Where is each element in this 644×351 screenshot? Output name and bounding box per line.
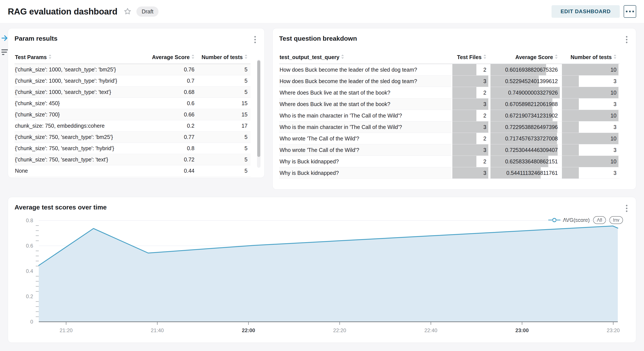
table-row: Where does Buck live at the start of the… bbox=[279, 98, 620, 110]
top-bar: RAG evaluation dashboard Draft EDIT DASH… bbox=[0, 0, 644, 23]
cell-number-of-tests: 3 bbox=[561, 75, 620, 87]
table-header-row: Test Params Average Score Number of test… bbox=[14, 51, 250, 64]
more-options-button[interactable] bbox=[624, 5, 636, 18]
cell-average-score: 0.5441113246811761 bbox=[490, 167, 561, 179]
question-breakdown-table: test_output_test_query Test Files Averag… bbox=[279, 51, 620, 179]
kebab-menu-icon[interactable] bbox=[252, 35, 258, 45]
cell-average-score: 0.6721907341231902 bbox=[490, 110, 561, 121]
cell-average-score: 0.7174576733727008 bbox=[490, 133, 561, 144]
cell-test-params: {'chunk_size': 1000, 'search_type': 'tex… bbox=[14, 86, 144, 98]
cell-average-score: 0.72 bbox=[144, 154, 198, 165]
cell-average-score: 0.7253044446309407 bbox=[490, 144, 561, 156]
cell-number-of-tests: 5 bbox=[198, 165, 250, 176]
table-row: {'chunk_size': 1000, 'search_type': 'tex… bbox=[14, 86, 250, 98]
cell-number-of-tests: 15 bbox=[198, 109, 250, 120]
svg-text:21:40: 21:40 bbox=[151, 328, 164, 333]
table-row: Why is Buck kidnapped?20.625833648086215… bbox=[279, 156, 620, 167]
svg-text:22:00: 22:00 bbox=[242, 328, 255, 333]
cell-test-params: None bbox=[14, 165, 144, 176]
cell-average-score: 0.77 bbox=[144, 131, 198, 143]
sort-icon bbox=[244, 54, 248, 60]
sort-icon bbox=[341, 54, 344, 60]
cell-query: Why is Buck kidnapped? bbox=[279, 167, 451, 179]
param-results-card: Param results Test Params Average Score … bbox=[8, 28, 264, 178]
cell-test-files: 2 bbox=[451, 156, 490, 167]
cell-query: Who wrote 'The Call of the Wild'? bbox=[279, 133, 451, 144]
sort-icon bbox=[555, 54, 558, 60]
table-row: How does Buck become the leader of the s… bbox=[279, 64, 620, 75]
table-row: {'chunk_size': 450}0.615 bbox=[14, 98, 250, 109]
cell-query: Where does Buck live at the start of the… bbox=[279, 98, 451, 110]
kebab-menu-icon[interactable] bbox=[624, 35, 630, 45]
cell-average-score: 0.5229452401399612 bbox=[490, 75, 561, 87]
cell-number-of-tests: 3 bbox=[561, 121, 620, 133]
sort-icon bbox=[192, 54, 194, 60]
table-row: {'chunk_size': 1000, 'search_type': 'hyb… bbox=[14, 75, 250, 86]
cell-average-score: 0.76 bbox=[144, 64, 198, 75]
column-header-query[interactable]: test_output_test_query bbox=[279, 51, 451, 64]
sort-icon bbox=[48, 54, 52, 60]
table-row: {'chunk_size': 750, 'search_type': 'text… bbox=[14, 154, 250, 165]
table-row: Where does Buck live at the start of the… bbox=[279, 87, 620, 98]
table-row: {'chunk_size': 750, 'search_type': 'bm25… bbox=[14, 131, 250, 143]
column-header-average-score[interactable]: Average Score bbox=[144, 51, 198, 64]
status-badge: Draft bbox=[136, 6, 158, 17]
column-header-test-files[interactable]: Test Files bbox=[451, 51, 490, 64]
svg-text:22:20: 22:20 bbox=[333, 328, 346, 333]
favorite-star-icon[interactable] bbox=[124, 7, 132, 15]
column-header-number-of-tests[interactable]: Number of tests bbox=[198, 51, 250, 64]
table-row: chunk_size: 750, embeddings:cohere0.217 bbox=[14, 120, 250, 131]
param-results-table: Test Params Average Score Number of test… bbox=[14, 51, 250, 177]
param-results-body: {'chunk_size': 1000, 'search_type': 'bm2… bbox=[14, 64, 250, 176]
column-header-test-params[interactable]: Test Params bbox=[14, 51, 144, 64]
table-row: Why is Buck kidnapped?30.544111324681176… bbox=[279, 167, 620, 179]
cell-test-files: 3 bbox=[451, 75, 490, 87]
cell-average-score: 0.749000003327926 bbox=[490, 87, 561, 98]
cell-number-of-tests: 17 bbox=[198, 120, 250, 131]
cell-average-score: 0.6705898212061988 bbox=[490, 98, 561, 110]
cell-test-files: 2 bbox=[451, 64, 490, 75]
cell-number-of-tests: 5 bbox=[198, 75, 250, 86]
cell-test-params: chunk_size: 750, embeddings:cohere bbox=[14, 120, 144, 131]
cell-query: Who is the main character in 'The Call o… bbox=[279, 110, 451, 121]
cell-number-of-tests: 3 bbox=[561, 144, 620, 156]
table-row: {'chunk_size': 700}0.6615 bbox=[14, 109, 250, 120]
cell-average-score: 0.68 bbox=[144, 86, 198, 98]
table-row: None0.445 bbox=[14, 165, 250, 176]
cell-test-files: 2 bbox=[451, 133, 490, 144]
question-breakdown-body: How does Buck become the leader of the s… bbox=[279, 64, 620, 179]
column-header-average-score[interactable]: Average Score bbox=[490, 51, 561, 64]
cell-average-score: 0.7 bbox=[144, 75, 198, 86]
cell-query: How does Buck become the leader of the s… bbox=[279, 75, 451, 87]
cell-test-files: 2 bbox=[451, 110, 490, 121]
cell-test-params: {'chunk_size': 1000, 'search_type': 'hyb… bbox=[14, 75, 144, 86]
svg-text:0: 0 bbox=[30, 319, 33, 325]
cell-number-of-tests: 10 bbox=[561, 133, 620, 144]
cell-number-of-tests: 5 bbox=[198, 64, 250, 75]
svg-text:0.6: 0.6 bbox=[26, 243, 33, 249]
cell-query: How does Buck become the leader of the s… bbox=[279, 64, 451, 75]
scrollbar-thumb[interactable] bbox=[257, 60, 260, 157]
cell-test-files: 3 bbox=[451, 121, 490, 133]
table-row: Who is the main character in 'The Call o… bbox=[279, 121, 620, 133]
cell-test-params: {'chunk_size': 750, 'search_type': 'hybr… bbox=[14, 143, 144, 154]
table-scrollbar bbox=[257, 59, 260, 168]
svg-text:0.2: 0.2 bbox=[26, 294, 33, 299]
column-header-number-of-tests[interactable]: Number of tests bbox=[561, 51, 620, 64]
cell-test-files: 3 bbox=[451, 98, 490, 110]
edit-dashboard-button[interactable]: EDIT DASHBOARD bbox=[552, 5, 620, 18]
cell-average-score: 0.6 bbox=[144, 98, 198, 109]
svg-text:23:20: 23:20 bbox=[607, 328, 620, 333]
cell-number-of-tests: 3 bbox=[561, 167, 620, 179]
svg-text:21:20: 21:20 bbox=[60, 328, 72, 333]
cell-query: Why is Buck kidnapped? bbox=[279, 156, 451, 167]
cell-average-score: 0.44 bbox=[144, 165, 198, 176]
cell-number-of-tests: 10 bbox=[561, 64, 620, 75]
svg-text:0.4: 0.4 bbox=[26, 268, 33, 274]
sort-icon bbox=[483, 54, 486, 60]
cell-test-params: {'chunk_size': 750, 'search_type': 'bm25… bbox=[14, 131, 144, 143]
table-header-row: test_output_test_query Test Files Averag… bbox=[279, 51, 620, 64]
table-row: Who is the main character in 'The Call o… bbox=[279, 110, 620, 121]
cell-number-of-tests: 10 bbox=[561, 87, 620, 98]
cell-number-of-tests: 5 bbox=[198, 86, 250, 98]
